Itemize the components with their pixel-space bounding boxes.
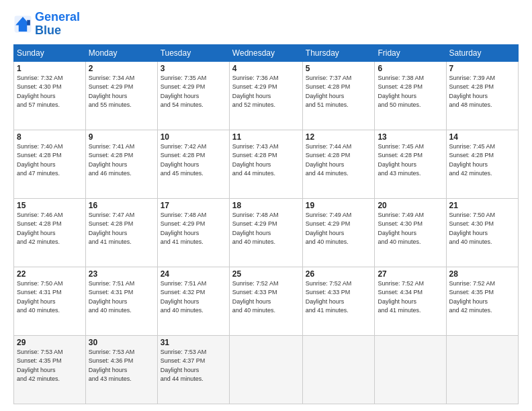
calendar-cell: 14 Sunrise: 7:45 AMSunset: 4:28 PMDaylig… — [446, 130, 519, 198]
day-number: 5 — [306, 64, 372, 73]
weekday-header-tuesday: Tuesday — [157, 44, 229, 61]
page: General Blue SundayMondayTuesdayWednesda… — [0, 0, 532, 411]
calendar-cell: 1 Sunrise: 7:32 AMSunset: 4:30 PMDayligh… — [14, 61, 86, 130]
day-number: 6 — [378, 64, 443, 73]
day-number: 13 — [378, 132, 443, 142]
calendar-cell — [229, 335, 302, 404]
calendar-cell: 24 Sunrise: 7:51 AMSunset: 4:32 PMDaylig… — [157, 267, 229, 335]
logo-text: General Blue — [35, 11, 80, 38]
logo-icon — [13, 15, 32, 34]
day-info: Sunrise: 7:34 AMSunset: 4:29 PMDaylight … — [89, 75, 135, 109]
calendar-cell: 27 Sunrise: 7:52 AMSunset: 4:34 PMDaylig… — [375, 267, 446, 335]
calendar-cell: 16 Sunrise: 7:47 AMSunset: 4:28 PMDaylig… — [85, 198, 157, 267]
day-number: 3 — [161, 64, 226, 73]
day-info: Sunrise: 7:46 AMSunset: 4:28 PMDaylight … — [17, 212, 63, 246]
day-number: 14 — [449, 132, 516, 142]
weekday-header-thursday: Thursday — [302, 44, 375, 61]
day-info: Sunrise: 7:52 AMSunset: 4:34 PMDaylight … — [378, 280, 424, 314]
day-number: 26 — [306, 269, 372, 279]
day-number: 9 — [89, 132, 154, 142]
calendar-cell: 20 Sunrise: 7:49 AMSunset: 4:30 PMDaylig… — [375, 198, 446, 267]
day-info: Sunrise: 7:47 AMSunset: 4:28 PMDaylight … — [89, 212, 135, 246]
day-info: Sunrise: 7:53 AMSunset: 4:35 PMDaylight … — [17, 349, 63, 383]
day-number: 16 — [89, 201, 154, 210]
day-info: Sunrise: 7:35 AMSunset: 4:29 PMDaylight … — [161, 75, 207, 109]
calendar-cell: 17 Sunrise: 7:48 AMSunset: 4:29 PMDaylig… — [157, 198, 229, 267]
calendar-cell: 13 Sunrise: 7:45 AMSunset: 4:28 PMDaylig… — [375, 130, 446, 198]
day-number: 25 — [232, 269, 300, 279]
calendar-cell: 12 Sunrise: 7:44 AMSunset: 4:28 PMDaylig… — [302, 130, 375, 198]
calendar-cell: 4 Sunrise: 7:36 AMSunset: 4:29 PMDayligh… — [229, 61, 302, 130]
header: General Blue — [13, 11, 519, 38]
day-number: 8 — [17, 132, 83, 142]
day-number: 23 — [89, 269, 154, 279]
day-info: Sunrise: 7:42 AMSunset: 4:28 PMDaylight … — [161, 143, 207, 177]
day-info: Sunrise: 7:49 AMSunset: 4:30 PMDaylight … — [378, 212, 424, 246]
day-info: Sunrise: 7:44 AMSunset: 4:28 PMDaylight … — [306, 143, 352, 177]
day-number: 27 — [378, 269, 443, 279]
calendar-cell: 31 Sunrise: 7:53 AMSunset: 4:37 PMDaylig… — [157, 335, 229, 404]
day-info: Sunrise: 7:48 AMSunset: 4:29 PMDaylight … — [161, 212, 207, 246]
day-info: Sunrise: 7:52 AMSunset: 4:33 PMDaylight … — [306, 280, 352, 314]
day-info: Sunrise: 7:52 AMSunset: 4:33 PMDaylight … — [232, 280, 279, 314]
day-number: 19 — [306, 201, 372, 210]
calendar-cell: 5 Sunrise: 7:37 AMSunset: 4:28 PMDayligh… — [302, 61, 375, 130]
calendar-cell: 6 Sunrise: 7:38 AMSunset: 4:28 PMDayligh… — [375, 61, 446, 130]
calendar-cell — [302, 335, 375, 404]
weekday-header-wednesday: Wednesday — [229, 44, 302, 61]
weekday-header-monday: Monday — [85, 44, 157, 61]
day-number: 21 — [449, 201, 516, 210]
day-number: 17 — [161, 201, 226, 210]
day-info: Sunrise: 7:45 AMSunset: 4:28 PMDaylight … — [449, 143, 496, 177]
svg-marker-2 — [27, 20, 30, 26]
day-info: Sunrise: 7:40 AMSunset: 4:28 PMDaylight … — [17, 143, 63, 177]
day-number: 31 — [161, 338, 226, 347]
calendar: SundayMondayTuesdayWednesdayThursdayFrid… — [13, 44, 519, 404]
day-number: 24 — [161, 269, 226, 279]
calendar-cell: 29 Sunrise: 7:53 AMSunset: 4:35 PMDaylig… — [14, 335, 86, 404]
day-number: 7 — [449, 64, 516, 73]
day-info: Sunrise: 7:51 AMSunset: 4:31 PMDaylight … — [89, 280, 135, 314]
calendar-cell: 28 Sunrise: 7:52 AMSunset: 4:35 PMDaylig… — [446, 267, 519, 335]
day-number: 15 — [17, 201, 83, 210]
day-info: Sunrise: 7:32 AMSunset: 4:30 PMDaylight … — [17, 75, 63, 109]
day-info: Sunrise: 7:45 AMSunset: 4:28 PMDaylight … — [378, 143, 424, 177]
calendar-cell: 11 Sunrise: 7:43 AMSunset: 4:28 PMDaylig… — [229, 130, 302, 198]
day-number: 4 — [232, 64, 300, 73]
calendar-cell: 15 Sunrise: 7:46 AMSunset: 4:28 PMDaylig… — [14, 198, 86, 267]
calendar-cell: 30 Sunrise: 7:53 AMSunset: 4:36 PMDaylig… — [85, 335, 157, 404]
day-number: 20 — [378, 201, 443, 210]
day-number: 10 — [161, 132, 226, 142]
day-info: Sunrise: 7:48 AMSunset: 4:29 PMDaylight … — [232, 212, 279, 246]
day-number: 28 — [449, 269, 516, 279]
day-info: Sunrise: 7:49 AMSunset: 4:29 PMDaylight … — [306, 212, 352, 246]
day-number: 18 — [232, 201, 300, 210]
calendar-cell: 3 Sunrise: 7:35 AMSunset: 4:29 PMDayligh… — [157, 61, 229, 130]
calendar-cell: 10 Sunrise: 7:42 AMSunset: 4:28 PMDaylig… — [157, 130, 229, 198]
day-number: 12 — [306, 132, 372, 142]
day-number: 30 — [89, 338, 154, 347]
calendar-cell: 26 Sunrise: 7:52 AMSunset: 4:33 PMDaylig… — [302, 267, 375, 335]
day-number: 22 — [17, 269, 83, 279]
calendar-cell: 18 Sunrise: 7:48 AMSunset: 4:29 PMDaylig… — [229, 198, 302, 267]
day-info: Sunrise: 7:53 AMSunset: 4:36 PMDaylight … — [89, 349, 135, 383]
day-info: Sunrise: 7:43 AMSunset: 4:28 PMDaylight … — [232, 143, 279, 177]
weekday-header-sunday: Sunday — [14, 44, 86, 61]
calendar-cell: 25 Sunrise: 7:52 AMSunset: 4:33 PMDaylig… — [229, 267, 302, 335]
day-number: 1 — [17, 64, 83, 73]
day-info: Sunrise: 7:52 AMSunset: 4:35 PMDaylight … — [449, 280, 496, 314]
calendar-cell: 22 Sunrise: 7:50 AMSunset: 4:31 PMDaylig… — [14, 267, 86, 335]
day-number: 29 — [17, 338, 83, 347]
calendar-cell: 19 Sunrise: 7:49 AMSunset: 4:29 PMDaylig… — [302, 198, 375, 267]
day-info: Sunrise: 7:39 AMSunset: 4:28 PMDaylight … — [449, 75, 496, 109]
day-info: Sunrise: 7:50 AMSunset: 4:31 PMDaylight … — [17, 280, 63, 314]
calendar-cell — [375, 335, 446, 404]
day-info: Sunrise: 7:37 AMSunset: 4:28 PMDaylight … — [306, 75, 352, 109]
weekday-header-friday: Friday — [375, 44, 446, 61]
calendar-cell: 9 Sunrise: 7:41 AMSunset: 4:28 PMDayligh… — [85, 130, 157, 198]
calendar-cell: 2 Sunrise: 7:34 AMSunset: 4:29 PMDayligh… — [85, 61, 157, 130]
calendar-cell: 7 Sunrise: 7:39 AMSunset: 4:28 PMDayligh… — [446, 61, 519, 130]
day-number: 11 — [232, 132, 300, 142]
day-info: Sunrise: 7:53 AMSunset: 4:37 PMDaylight … — [161, 349, 207, 383]
logo: General Blue — [13, 11, 80, 38]
